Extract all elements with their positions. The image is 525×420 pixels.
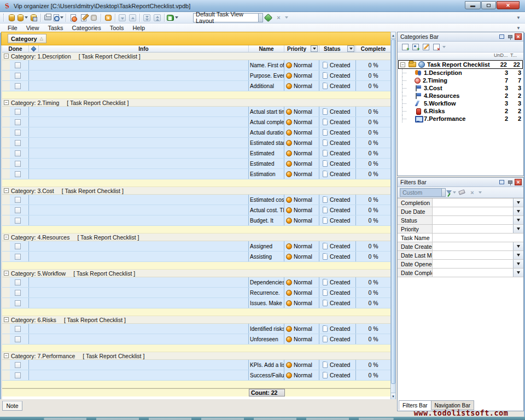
filter-dropdown-button[interactable] <box>513 225 523 233</box>
toolbar-overflow-chevron[interactable]: ▼ <box>516 15 521 20</box>
column-header-info[interactable]: Info <box>39 45 249 52</box>
status-cell[interactable]: Created <box>319 298 356 308</box>
task-row[interactable]: Issues. Make aNormalCreated0 % <box>2 298 390 308</box>
complete-cell[interactable]: 0 % <box>356 241 390 251</box>
task-row[interactable]: Identified risks.NormalCreated0 % <box>2 324 390 334</box>
status-cell[interactable]: Created <box>319 277 356 287</box>
status-cell[interactable]: Created <box>319 60 356 70</box>
priority-cell[interactable]: Normal <box>284 195 319 205</box>
task-row[interactable]: Estimated cost. ItNormalCreated0 % <box>2 195 390 205</box>
complete-cell[interactable]: 0 % <box>356 252 390 261</box>
task-row[interactable]: Name. First of all,NormalCreated0 % <box>2 60 390 71</box>
tree-item-3-cost[interactable]: 3.Cost33 <box>398 84 523 92</box>
filter-dropdown-button[interactable] <box>513 260 523 268</box>
priority-cell[interactable]: Normal <box>284 159 319 168</box>
filter-value-field[interactable] <box>433 207 513 215</box>
collapse-icon[interactable]: − <box>400 62 405 67</box>
info-cell[interactable] <box>29 60 249 70</box>
status-cell[interactable]: Created <box>319 138 356 148</box>
info-cell[interactable] <box>29 205 249 215</box>
column-header-done[interactable]: Done <box>2 45 29 52</box>
info-cell[interactable] <box>29 138 249 148</box>
status-cell[interactable]: Created <box>319 360 356 370</box>
status-cell[interactable]: Created <box>319 148 356 158</box>
filters-toolbar-chevron[interactable] <box>479 191 482 194</box>
panel-close-icon[interactable]: ✕ <box>515 179 522 185</box>
group-header-row[interactable]: −Category: 2.Timing[ Task Report Checkli… <box>2 99 390 107</box>
task-row[interactable]: EstimatedNormalCreated0 % <box>2 148 390 159</box>
filter-value-field[interactable] <box>433 216 513 224</box>
task-row[interactable]: Dependencies. IfNormalCreated0 % <box>2 277 390 288</box>
menubar-overflow-chevron[interactable]: ▼ <box>516 26 521 31</box>
priority-cell[interactable]: Normal <box>284 169 319 179</box>
done-checkbox[interactable] <box>15 290 21 296</box>
name-cell[interactable]: Assigned <box>249 241 284 251</box>
task-row[interactable]: Actual start time.NormalCreated0 % <box>2 107 390 117</box>
done-checkbox[interactable] <box>15 73 21 79</box>
close-button[interactable]: ✕ <box>497 1 520 9</box>
filter-preset-combo[interactable]: Custom <box>400 188 446 197</box>
name-cell[interactable]: Unforeseen <box>249 334 284 344</box>
name-cell[interactable]: Budget. It <box>249 215 284 225</box>
filter-dropdown-button[interactable] <box>513 216 523 224</box>
info-cell[interactable] <box>29 277 249 287</box>
done-checkbox[interactable] <box>15 62 21 68</box>
name-cell[interactable]: Success/Failure. <box>249 370 284 380</box>
status-cell[interactable]: Created <box>319 127 356 137</box>
status-cell[interactable]: Created <box>319 370 356 380</box>
priority-cell[interactable]: Normal <box>284 71 319 80</box>
delete-category-button[interactable] <box>431 42 441 51</box>
info-cell[interactable] <box>29 159 249 168</box>
complete-cell[interactable]: 0 % <box>356 298 390 308</box>
task-row[interactable]: Recurrence.NormalCreated0 % <box>2 288 390 298</box>
filter-value-field[interactable] <box>433 251 513 259</box>
name-cell[interactable]: Actual start time. <box>249 107 284 116</box>
layout-options-chevron[interactable] <box>285 16 288 19</box>
priority-cell[interactable]: Normal <box>284 288 319 298</box>
info-cell[interactable] <box>29 195 249 205</box>
name-cell[interactable]: Estimated <box>249 148 284 158</box>
name-cell[interactable]: KPIs. Add a list <box>249 360 284 370</box>
done-checkbox[interactable] <box>15 140 21 146</box>
scroll-down-arrow[interactable]: ▼ <box>391 393 395 399</box>
menu-item-file[interactable]: File <box>3 24 22 32</box>
task-row[interactable]: Budget. ItNormalCreated0 % <box>2 215 390 226</box>
priority-cell[interactable]: Normal <box>284 241 319 251</box>
filter-dropdown-button[interactable] <box>513 199 523 207</box>
collapse-icon[interactable]: − <box>4 317 9 322</box>
column-header-icon[interactable] <box>29 45 39 52</box>
priority-cell[interactable]: Normal <box>284 205 319 215</box>
name-cell[interactable]: Estimated <box>249 159 284 168</box>
move-bottom-button[interactable] <box>142 13 152 22</box>
complete-cell[interactable]: 0 % <box>356 370 390 380</box>
column-header-priority[interactable]: Priority <box>284 45 319 52</box>
priority-cell[interactable]: Normal <box>284 334 319 344</box>
done-checkbox[interactable] <box>15 372 21 378</box>
priority-cell[interactable]: Normal <box>284 252 319 261</box>
panel-restore-icon[interactable] <box>498 179 505 185</box>
filter-value-field[interactable] <box>433 242 513 250</box>
complete-cell[interactable]: 0 % <box>356 334 390 344</box>
status-filter-dropdown[interactable] <box>347 45 354 52</box>
status-cell[interactable]: Created <box>319 334 356 344</box>
status-cell[interactable]: Created <box>319 71 356 80</box>
task-row[interactable]: UnforeseenNormalCreated0 % <box>2 334 390 345</box>
menu-item-categories[interactable]: Categories <box>68 24 106 32</box>
name-cell[interactable]: Estimation <box>249 169 284 179</box>
complete-cell[interactable]: 0 % <box>356 195 390 205</box>
filter-value-field[interactable] <box>433 260 513 268</box>
task-row[interactable]: Purpose. EveryNormalCreated0 % <box>2 71 390 81</box>
tab-filters-bar[interactable]: Filters Bar <box>399 400 431 410</box>
priority-cell[interactable]: Normal <box>284 324 319 334</box>
info-cell[interactable] <box>29 241 249 251</box>
name-cell[interactable]: Estimated start <box>249 138 284 148</box>
done-checkbox[interactable] <box>15 254 21 260</box>
filter-dropdown-button[interactable] <box>513 251 523 259</box>
info-cell[interactable] <box>29 298 249 308</box>
complete-cell[interactable]: 0 % <box>356 138 390 148</box>
minimize-button[interactable]: ▬ <box>465 1 481 9</box>
edit-task-button[interactable] <box>78 13 89 22</box>
complete-cell[interactable]: 0 % <box>356 277 390 287</box>
move-up-button[interactable] <box>127 13 138 22</box>
status-cell[interactable]: Created <box>319 205 356 215</box>
